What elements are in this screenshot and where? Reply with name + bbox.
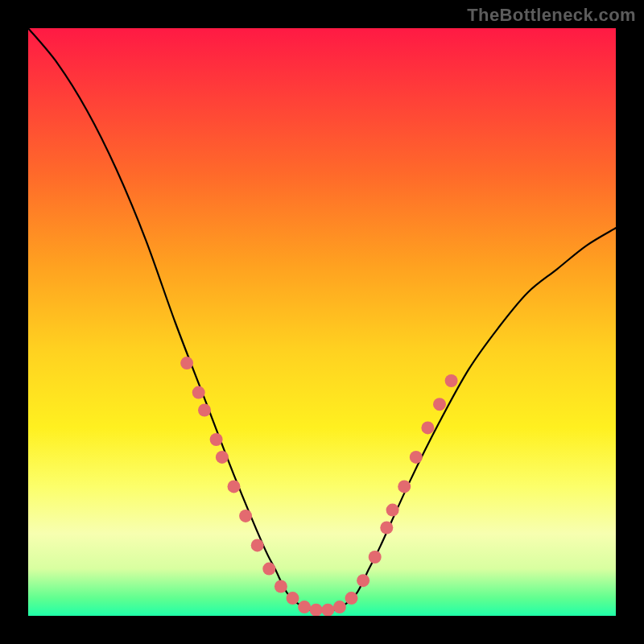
- curve-marker: [239, 510, 252, 522]
- curve-marker: [216, 451, 229, 464]
- curve-marker: [310, 604, 323, 616]
- plot-area: [28, 28, 616, 616]
- attribution-text: TheBottleneck.com: [467, 5, 636, 26]
- curve-marker: [398, 480, 411, 493]
- curve-layer: [28, 28, 616, 616]
- curve-marker: [369, 551, 382, 564]
- curve-marker: [433, 398, 446, 411]
- curve-marker: [210, 433, 223, 446]
- curve-marker: [386, 504, 399, 517]
- curve-marker: [298, 601, 311, 613]
- curve-marker: [251, 539, 264, 551]
- curve-marker: [357, 574, 369, 587]
- curve-marker: [333, 601, 346, 613]
- curve-marker: [345, 592, 358, 605]
- curve-marker: [262, 563, 275, 576]
- curve-marker: [421, 421, 434, 434]
- curve-markers: [180, 357, 457, 616]
- curve-marker: [275, 580, 287, 593]
- curve-marker: [445, 374, 458, 387]
- chart-container: TheBottleneck.com: [0, 0, 644, 644]
- curve-marker: [180, 357, 193, 369]
- curve-marker: [287, 592, 299, 605]
- main-curve: [28, 28, 616, 610]
- curve-marker: [380, 522, 393, 535]
- curve-marker: [321, 604, 334, 616]
- curve-marker: [228, 480, 241, 493]
- curve-marker: [192, 386, 205, 399]
- curve-marker: [410, 451, 423, 464]
- curve-marker: [198, 404, 211, 417]
